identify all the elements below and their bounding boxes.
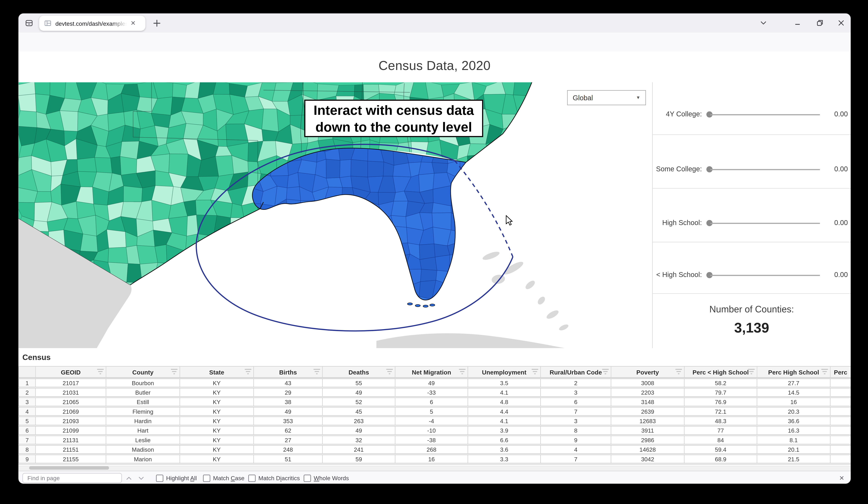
column-header-rural-urban-code[interactable]: Rural/Urban Code [540, 366, 611, 378]
find-input[interactable] [22, 473, 122, 483]
checkbox[interactable] [203, 474, 210, 482]
table-cell: -38 [395, 435, 468, 445]
table-cell: 3042 [611, 454, 684, 464]
table-cell: 4.1 [468, 387, 541, 397]
table-cell: Marion [106, 454, 180, 464]
table-row: 621099HartKY6249-103.9839117716.3 [19, 426, 851, 435]
find-option-match-diacritics[interactable]: Match Diacritics [248, 474, 300, 483]
row-number-cell: 6 [19, 426, 35, 435]
panel-divider [653, 293, 851, 294]
table-cell: 6 [395, 397, 468, 406]
table-cell: 4.8 [468, 397, 541, 406]
column-header-poverty[interactable]: Poverty [611, 366, 684, 378]
tab-list-chevron-icon[interactable] [757, 17, 769, 29]
column-header-perc-high-school[interactable]: Perc < High School [684, 366, 757, 378]
browser-tab-active[interactable]: devtest.com/dash/examples/cens ✕ [39, 16, 145, 31]
column-header-state[interactable]: State [180, 366, 254, 378]
table-cell [830, 378, 851, 387]
table-cell: 8 [540, 426, 611, 435]
table-cell: 3008 [611, 378, 684, 387]
table-cell: 3.6 [468, 445, 541, 454]
table-cell: 76.9 [684, 397, 757, 406]
new-tab-button[interactable] [151, 17, 163, 29]
table-cell: 58.2 [684, 378, 757, 387]
table-cell: 2986 [611, 435, 684, 445]
census-choropleth-map[interactable]: Interact with census data down to the co… [19, 82, 653, 348]
checkbox[interactable] [304, 474, 311, 482]
slider-track[interactable] [710, 222, 820, 223]
slider-value: 0.00 [823, 219, 848, 227]
checkbox[interactable] [156, 474, 163, 482]
table-cell: KY [180, 416, 254, 426]
checkbox[interactable] [248, 474, 256, 482]
find-previous-button[interactable] [124, 474, 134, 483]
window-close-button[interactable] [835, 17, 847, 29]
table-cell: 21099 [35, 426, 106, 435]
table-cell: -10 [395, 426, 468, 435]
table-cell: 21151 [35, 445, 106, 454]
table-cell: 48.3 [684, 416, 757, 426]
column-header-deaths[interactable]: Deaths [322, 366, 395, 378]
window-minimize-button[interactable] [792, 17, 804, 29]
scope-dropdown-value: Global [573, 94, 636, 102]
table-row: 421069FlemingKY494554.47263972.120.3 [19, 407, 851, 416]
counties-count-label: Number of Counties: [653, 304, 851, 315]
column-header-births[interactable]: Births [254, 366, 322, 378]
table-cell: 49 [322, 426, 395, 435]
slider-value: 0.00 [823, 165, 848, 173]
column-header-net-migration[interactable]: Net Migration [395, 366, 468, 378]
column-header-perc[interactable]: Perc [830, 366, 851, 378]
tab-favicon-grid-icon [44, 20, 52, 27]
row-number-cell: 9 [19, 454, 35, 464]
table-cell: 3 [540, 387, 611, 397]
table-cell [830, 435, 851, 445]
window-restore-button[interactable] [814, 17, 826, 29]
table-cell: -33 [395, 387, 468, 397]
column-header-county[interactable]: County [106, 366, 180, 378]
table-cell: 77 [684, 426, 757, 435]
table-cell: 21.5 [757, 454, 830, 464]
tab-close-icon[interactable]: ✕ [128, 20, 138, 27]
slider-track[interactable] [710, 114, 820, 115]
table-cell: Fleming [106, 407, 180, 416]
table-horizontal-scrollbar[interactable] [19, 466, 851, 471]
table-cell: 59.4 [684, 445, 757, 454]
column-header-perc-high-school[interactable]: Perc High School [757, 366, 830, 378]
slider-track[interactable] [710, 274, 820, 276]
table-cell: 3.3 [468, 454, 541, 464]
find-option-label: Highlight All [166, 475, 197, 481]
table-cell: 21031 [35, 387, 106, 397]
findbar-close-icon[interactable]: ✕ [837, 474, 846, 483]
row-number-cell: 4 [19, 407, 35, 416]
find-next-button[interactable] [136, 474, 146, 483]
table-cell: 49 [254, 407, 322, 416]
table-cell [830, 407, 851, 416]
find-option-highlight-all[interactable]: Highlight All [156, 474, 197, 483]
table-cell: KY [180, 378, 254, 387]
table-cell: 68.9 [684, 454, 757, 464]
table-cell: 43 [254, 378, 322, 387]
table-scrollbar-thumb[interactable] [29, 466, 109, 470]
table-cell: 12683 [611, 416, 684, 426]
archive-box-icon[interactable] [23, 17, 35, 29]
column-header-geoid[interactable]: GEOID [35, 366, 106, 378]
table-cell: Leslie [106, 435, 180, 445]
table-cell: 49 [395, 378, 468, 387]
scope-dropdown[interactable]: Global ▼ [567, 90, 646, 105]
table-cell: 241 [322, 445, 395, 454]
tab-title: devtest.com/dash/examples/cens [55, 20, 127, 27]
find-option-match-case[interactable]: Match Case [203, 474, 245, 483]
table-cell: 21131 [35, 435, 106, 445]
table-cell: 9 [540, 435, 611, 445]
table-cell: 14628 [611, 445, 684, 454]
column-header-unemployment[interactable]: Unemployment [468, 366, 541, 378]
slider-some-college: Some College:0.00 [653, 163, 851, 175]
slider-track[interactable] [710, 169, 820, 170]
table-cell: 3 [540, 416, 611, 426]
table-cell: 51 [254, 454, 322, 464]
table-cell: 52 [322, 397, 395, 406]
table-cell [830, 416, 851, 426]
table-cell: 7 [540, 407, 611, 416]
table-cell: 20.1 [757, 445, 830, 454]
find-option-whole-words[interactable]: Whole Words [304, 474, 349, 483]
